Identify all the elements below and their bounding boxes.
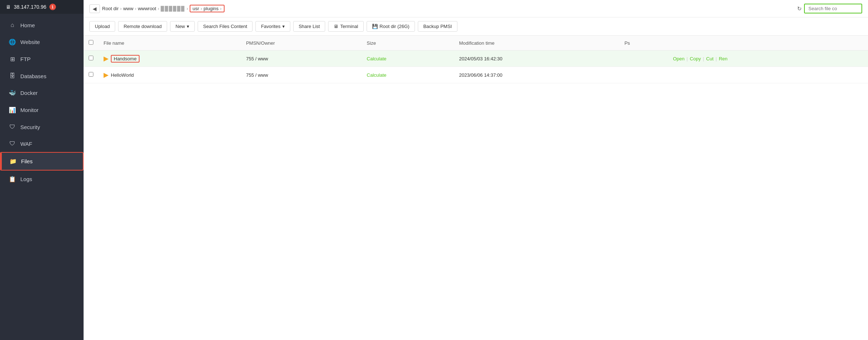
refresh-button[interactable]: ↻ xyxy=(797,5,802,12)
main-content: ◀ Root dir › www › wwwroot › ██████ › us… xyxy=(84,0,868,340)
sidebar-item-waf[interactable]: 🛡 WAF xyxy=(0,135,84,152)
open-action[interactable]: Open xyxy=(673,56,685,61)
folder-icon: ▶ xyxy=(104,71,109,79)
search-files-button[interactable]: Search Files Content xyxy=(198,21,253,32)
header-actions xyxy=(668,36,868,51)
sidebar-item-label: Security xyxy=(20,124,40,130)
breadcrumb-sep-4: › xyxy=(201,6,202,11)
breadcrumb-www[interactable]: www xyxy=(123,6,133,11)
file-name-helloworld[interactable]: HelloWorld xyxy=(111,72,134,78)
breadcrumb-wwwroot[interactable]: wwwroot xyxy=(138,6,156,11)
upload-button[interactable]: Upload xyxy=(89,21,115,32)
website-icon: 🌐 xyxy=(9,39,16,45)
sidebar-item-logs[interactable]: 📋 Logs xyxy=(0,171,84,188)
rename-action[interactable]: Ren xyxy=(719,56,727,61)
sidebar-item-label: Home xyxy=(20,22,35,28)
sidebar-item-home[interactable]: ⌂ Home xyxy=(0,17,84,33)
backup-button[interactable]: Backup PMSI xyxy=(418,21,457,32)
sidebar: 🖥 38.147.170.96 1 ⌂ Home 🌐 Website ⊞ FTP… xyxy=(0,0,84,340)
header-select-all xyxy=(84,36,98,51)
breadcrumb-sep-5: › xyxy=(220,6,222,11)
header-size: Size xyxy=(362,36,454,51)
breadcrumb-masked[interactable]: ██████ xyxy=(161,6,185,11)
ftp-icon: ⊞ xyxy=(9,56,16,63)
sidebar-item-label: Databases xyxy=(20,73,47,79)
disk-icon: 💾 xyxy=(372,24,378,29)
server-ip: 38.147.170.96 xyxy=(14,4,47,10)
sidebar-item-label: FTP xyxy=(20,56,31,62)
sidebar-item-monitor[interactable]: 📊 Monitor xyxy=(0,101,84,119)
copy-action[interactable]: Copy xyxy=(690,56,701,61)
filename-cell: ▶ Handsome xyxy=(98,51,241,67)
header-filename: File name xyxy=(98,36,241,51)
sidebar-item-docker[interactable]: 🐳 Docker xyxy=(0,84,84,101)
monitor-icon: 🖥 xyxy=(6,4,11,10)
file-name-cell: ▶ HelloWorld xyxy=(104,71,236,79)
files-icon: 📁 xyxy=(9,158,17,165)
file-name-handsome[interactable]: Handsome xyxy=(111,55,140,63)
actions-cell xyxy=(668,67,868,83)
row-checkbox[interactable] xyxy=(89,56,93,60)
header-ps: Ps xyxy=(619,36,668,51)
actions-cell: Open | Copy | Cut | Ren xyxy=(668,51,868,67)
breadcrumb-usr[interactable]: usr xyxy=(193,6,199,11)
terminal-icon: 🖥 xyxy=(334,24,338,29)
filename-cell: ▶ HelloWorld xyxy=(98,67,241,83)
sidebar-item-website[interactable]: 🌐 Website xyxy=(0,33,84,51)
calculate-link[interactable]: Calculate xyxy=(367,56,386,61)
row-checkbox[interactable] xyxy=(89,72,93,77)
favorites-button[interactable]: Favorites ▾ xyxy=(255,21,290,32)
breadcrumb-sep-3: › xyxy=(187,6,188,11)
docker-icon: 🐳 xyxy=(9,89,16,96)
breadcrumb-sep-0: › xyxy=(120,6,122,11)
select-all-checkbox[interactable] xyxy=(89,40,93,45)
file-name-cell: ▶ Handsome xyxy=(104,55,236,63)
sidebar-nav: ⌂ Home 🌐 Website ⊞ FTP 🗄 Databases 🐳 Doc… xyxy=(0,14,84,340)
root-dir-label: Root dir (26G) xyxy=(380,24,409,29)
sidebar-item-label: Monitor xyxy=(20,107,39,113)
table-header: File name PMSN/Owner Size Modification t… xyxy=(84,36,868,51)
logs-icon: 📋 xyxy=(9,176,16,183)
favorites-dropdown-icon: ▾ xyxy=(282,24,285,29)
root-dir-button[interactable]: 💾 Root dir (26G) xyxy=(367,21,415,32)
terminal-button[interactable]: 🖥 Terminal xyxy=(328,21,363,32)
sidebar-item-files[interactable]: 📁 Files xyxy=(0,152,84,171)
ps-cell xyxy=(619,51,668,67)
remote-download-button[interactable]: Remote download xyxy=(118,21,167,32)
action-sep: | xyxy=(687,56,688,61)
file-table-wrap: File name PMSN/Owner Size Modification t… xyxy=(84,36,868,340)
file-table-body: ▶ Handsome 755 / www Calculate 2024/05/0… xyxy=(84,51,868,83)
sidebar-item-databases[interactable]: 🗄 Databases xyxy=(0,68,84,84)
databases-icon: 🗄 xyxy=(9,73,16,79)
sidebar-item-label: Files xyxy=(21,158,33,164)
breadcrumb-plugins[interactable]: plugins xyxy=(203,6,218,11)
security-icon: 🛡 xyxy=(9,124,16,130)
pmsn-cell: 755 / www xyxy=(241,51,362,67)
new-dropdown-icon: ▾ xyxy=(187,24,189,29)
file-table: File name PMSN/Owner Size Modification t… xyxy=(84,36,868,83)
home-icon: ⌂ xyxy=(9,22,16,28)
sidebar-header: 🖥 38.147.170.96 1 xyxy=(0,0,84,14)
breadcrumb-rootdir[interactable]: Root dir xyxy=(102,6,119,11)
sidebar-item-label: Docker xyxy=(20,90,38,96)
new-button-label: New xyxy=(175,24,185,29)
search-file-input[interactable] xyxy=(804,4,862,13)
cut-action[interactable]: Cut xyxy=(706,56,714,61)
sidebar-item-ftp[interactable]: ⊞ FTP xyxy=(0,51,84,68)
sidebar-item-label: Website xyxy=(20,39,40,45)
size-cell: Calculate xyxy=(362,51,454,67)
sidebar-item-label: Logs xyxy=(20,176,32,182)
calculate-link[interactable]: Calculate xyxy=(367,72,386,78)
sidebar-item-security[interactable]: 🛡 Security xyxy=(0,119,84,135)
size-cell: Calculate xyxy=(362,67,454,83)
action-links: Open | Copy | Cut | Ren xyxy=(673,56,727,61)
new-button[interactable]: New ▾ xyxy=(170,21,195,32)
header-modification: Modification time xyxy=(454,36,619,51)
waf-icon: 🛡 xyxy=(9,140,16,147)
share-list-button[interactable]: Share List xyxy=(293,21,326,32)
header-pmsn: PMSN/Owner xyxy=(241,36,362,51)
toolbar: Upload Remote download New ▾ Search File… xyxy=(84,17,868,36)
breadcrumb-sep-2: › xyxy=(158,6,159,11)
back-button[interactable]: ◀ xyxy=(89,4,100,13)
ps-cell xyxy=(619,67,668,83)
